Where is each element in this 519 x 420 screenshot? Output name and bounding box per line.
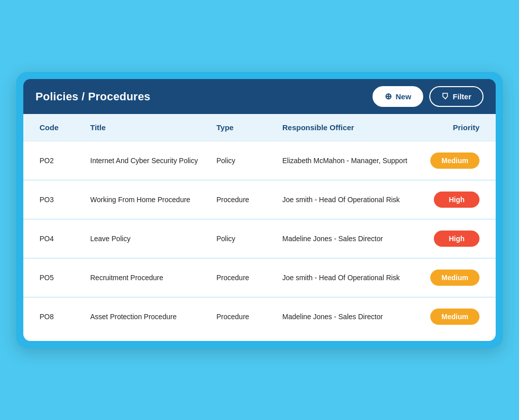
table-row[interactable]: PO8 Asset Protection Procedure Procedure… <box>23 297 496 336</box>
cell-code: PO2 <box>40 157 90 165</box>
cell-title: Working From Home Procedure <box>90 196 216 204</box>
cell-priority: Medium <box>409 152 479 169</box>
priority-badge: Medium <box>430 270 479 286</box>
col-header-type: Type <box>216 123 282 132</box>
cell-officer: Madeline Jones - Sales Director <box>282 235 409 243</box>
header-actions: ⊕ New ⛉ Filter <box>373 86 484 107</box>
table-row[interactable]: PO4 Leave Policy Policy Madeline Jones -… <box>23 219 496 258</box>
filter-icon: ⛉ <box>441 92 449 101</box>
filter-button[interactable]: ⛉ Filter <box>429 86 484 107</box>
cell-title: Leave Policy <box>90 235 216 243</box>
cell-code: PO5 <box>40 274 90 282</box>
cell-type: Policy <box>216 235 282 243</box>
cell-code: PO4 <box>40 235 90 243</box>
cell-priority: High <box>409 192 479 208</box>
new-button-label: New <box>395 92 411 101</box>
col-header-code: Code <box>40 123 90 132</box>
col-header-officer: Responsible Officer <box>282 123 409 132</box>
table-row[interactable]: PO2 Internet And Cyber Security Policy P… <box>23 141 496 180</box>
cell-code: PO3 <box>40 196 90 204</box>
page-title: Policies / Procedures <box>35 90 151 103</box>
cell-officer: Madeline Jones - Sales Director <box>282 313 409 321</box>
header-bar: Policies / Procedures ⊕ New ⛉ Filter <box>23 79 496 114</box>
table-header: Code Title Type Responsible Officer Prio… <box>23 114 496 141</box>
table-body: PO2 Internet And Cyber Security Policy P… <box>23 141 496 336</box>
filter-button-label: Filter <box>453 92 471 101</box>
table-row[interactable]: PO3 Working From Home Procedure Procedur… <box>23 180 496 219</box>
cell-type: Policy <box>216 157 282 165</box>
cell-type: Procedure <box>216 274 282 282</box>
cell-title: Recruitment Procedure <box>90 274 216 282</box>
cell-priority: Medium <box>409 309 479 325</box>
priority-badge: High <box>434 192 479 208</box>
cell-type: Procedure <box>216 313 282 321</box>
cell-title: Internet And Cyber Security Policy <box>90 157 216 165</box>
cell-officer: Joe smith - Head Of Operational Risk <box>282 196 409 204</box>
outer-card: Policies / Procedures ⊕ New ⛉ Filter Cod… <box>16 72 503 348</box>
cell-priority: Medium <box>409 270 479 286</box>
cell-officer: Elizabeth McMahon - Manager, Support <box>282 157 409 165</box>
inner-card: Code Title Type Responsible Officer Prio… <box>23 114 496 341</box>
cell-type: Procedure <box>216 196 282 204</box>
col-header-title: Title <box>90 123 216 132</box>
cell-title: Asset Protection Procedure <box>90 313 216 321</box>
cell-priority: High <box>409 231 479 247</box>
col-header-priority: Priority <box>409 123 479 132</box>
plus-icon: ⊕ <box>385 91 392 102</box>
new-button[interactable]: ⊕ New <box>373 86 423 107</box>
table-container: Code Title Type Responsible Officer Prio… <box>23 114 496 341</box>
cell-code: PO8 <box>40 313 90 321</box>
priority-badge: Medium <box>430 309 479 325</box>
priority-badge: High <box>434 231 479 247</box>
priority-badge: Medium <box>430 152 479 169</box>
cell-officer: Joe smith - Head Of Operational Risk <box>282 274 409 282</box>
table-row[interactable]: PO5 Recruitment Procedure Procedure Joe … <box>23 258 496 297</box>
